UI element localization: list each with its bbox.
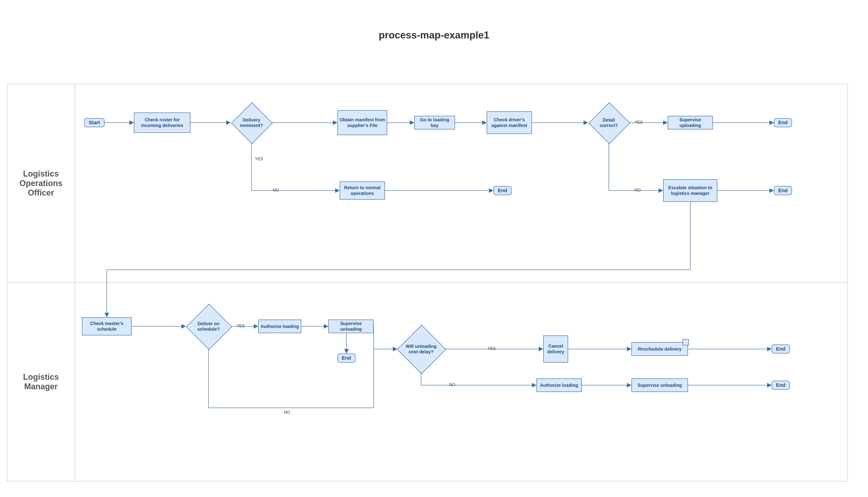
check-drivers-node: Check driver's against manifest xyxy=(487,111,532,134)
swimlane-pool: Logistics Operations Officer Logistics M… xyxy=(7,84,848,481)
lane-logistics-manager: Logistics Manager xyxy=(7,282,848,481)
authorize-loading-node-2: Authorize loading xyxy=(536,379,582,392)
diagram-title: process-map-example1 xyxy=(0,29,868,41)
supervise-unloading-node-1: Supervise unloading xyxy=(328,320,373,333)
supervise-unloading-node-2: Supervise unloading xyxy=(631,379,688,392)
end-node-3: End xyxy=(774,186,792,195)
go-loading-bay-node: Go to loading bay xyxy=(414,116,455,129)
edge-label-no-3: NO xyxy=(283,410,291,415)
edge-label-yes-4: YES xyxy=(487,346,497,351)
end-node-5: End xyxy=(772,344,790,354)
escalate-node: Escalate situation to logistics manager xyxy=(663,179,717,202)
end-node-6: End xyxy=(772,381,790,390)
start-node: Start xyxy=(84,118,104,127)
lane-logistics-operations-officer: Logistics Operations Officer xyxy=(7,84,848,283)
end-node-4: End xyxy=(337,354,355,363)
edge-label-no-2: NO xyxy=(634,188,642,193)
lane-header-manager: Logistics Manager xyxy=(7,282,75,481)
edge-label-yes-1: YES xyxy=(254,157,264,161)
edge-label-no-1: NO xyxy=(272,188,280,193)
edge-label-no-4: NO xyxy=(448,383,456,387)
end-node-2: End xyxy=(494,186,512,195)
edge-label-yes-3: YES xyxy=(236,324,246,328)
lane-header-officer: Logistics Operations Officer xyxy=(7,84,75,282)
cancel-delivery-node: Cancel delivery xyxy=(543,336,568,363)
supervise-uploading-node: Supervise uploading xyxy=(667,116,713,129)
edge-label-yes-2: YES xyxy=(634,120,644,125)
check-master-node: Check master's schedule xyxy=(82,317,132,336)
return-normal-node: Return to normal operations xyxy=(340,182,385,200)
end-node-1: End xyxy=(774,118,792,127)
obtain-manifest-node: Obtain manifest from supplier's File xyxy=(337,110,387,135)
reschedule-delivery-node: Reschedule delivery xyxy=(631,342,688,356)
authorize-loading-node-1: Authorize loading xyxy=(258,320,301,333)
check-roster-node: Check roster for incoming deliveries xyxy=(134,113,190,133)
subprocess-indicator-icon xyxy=(682,339,689,345)
